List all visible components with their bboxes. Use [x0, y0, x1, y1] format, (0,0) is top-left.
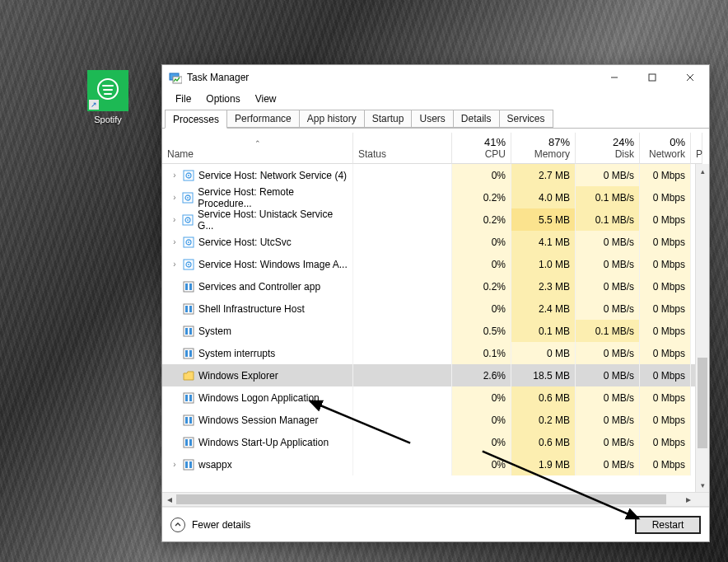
- col-disk[interactable]: 24% Disk: [576, 133, 640, 164]
- col-cpu[interactable]: 41% CPU: [452, 133, 511, 164]
- chevron-up-circle-icon: [170, 518, 185, 532]
- expander-icon[interactable]: ›: [167, 260, 182, 269]
- app-icon: [182, 302, 195, 316]
- fewer-details-button[interactable]: Fewer details: [170, 518, 250, 532]
- process-rows: ›Service Host: Network Service (4)0%2.7 …: [162, 164, 709, 492]
- cell-disk: 0.1 MB/s: [576, 208, 640, 231]
- cell-network: 0 Mbps: [640, 208, 691, 231]
- scroll-corner: [695, 493, 709, 506]
- scroll-track[interactable]: [696, 178, 709, 478]
- cell-memory: 2.4 MB: [511, 297, 576, 320]
- scroll-up-icon[interactable]: ▴: [696, 164, 709, 178]
- col-cpu-label: CPU: [457, 148, 506, 160]
- svg-point-20: [188, 264, 189, 265]
- table-row[interactable]: ›Service Host: Windows Image A...0%1.0 M…: [162, 253, 709, 275]
- process-name: Service Host: Unistack Service G...: [198, 208, 348, 232]
- table-row[interactable]: ›Service Host: Unistack Service G...0.2%…: [162, 208, 709, 231]
- process-name: Windows Logon Application: [198, 392, 320, 404]
- cell-memory: 0 MB: [511, 342, 576, 364]
- cell-cpu: 0%: [452, 231, 511, 253]
- minimize-button[interactable]: [595, 65, 633, 90]
- cell-status: [353, 186, 452, 208]
- svg-rect-3: [649, 74, 656, 81]
- vertical-scrollbar[interactable]: ▴ ▾: [695, 164, 709, 492]
- table-row[interactable]: ›Service Host: UtcSvc0%4.1 MB0 MB/s0 Mbp…: [162, 231, 709, 253]
- tab-startup[interactable]: Startup: [364, 110, 413, 128]
- svg-rect-22: [185, 283, 188, 290]
- col-name[interactable]: ⌃ Name: [162, 133, 353, 164]
- col-cpu-value: 41%: [457, 136, 506, 148]
- table-row[interactable]: Windows Logon Application0%0.6 MB0 MB/s0…: [162, 386, 709, 409]
- cell-status: [353, 297, 452, 320]
- col-status[interactable]: Status: [353, 133, 452, 164]
- maximize-button[interactable]: [633, 65, 671, 90]
- menu-options[interactable]: Options: [199, 91, 246, 106]
- svg-rect-21: [184, 282, 194, 292]
- expander-icon[interactable]: ›: [167, 171, 182, 180]
- svg-rect-38: [189, 417, 192, 424]
- table-row[interactable]: System0.5%0.1 MB0.1 MB/s0 Mbps: [162, 320, 709, 342]
- horizontal-scrollbar[interactable]: ◂ ▸: [162, 492, 709, 506]
- expander-icon[interactable]: ›: [167, 193, 182, 202]
- svg-rect-25: [185, 306, 188, 312]
- table-row[interactable]: ›wsappx0%1.9 MB0 MB/s0 Mbps: [162, 453, 709, 475]
- desktop-shortcut-label: Spotify: [79, 115, 137, 124]
- table-row[interactable]: System interrupts0.1%0 MB0 MB/s0 Mbps: [162, 342, 709, 364]
- restart-button[interactable]: Restart: [635, 516, 701, 534]
- table-row[interactable]: ›Service Host: Remote Procedure...0.2%4.…: [162, 186, 709, 208]
- cell-status: [353, 386, 452, 409]
- scroll-right-icon[interactable]: ▸: [681, 493, 695, 506]
- cell-disk: 0 MB/s: [576, 164, 640, 186]
- table-row[interactable]: Shell Infrastructure Host0%2.4 MB0 MB/s0…: [162, 297, 709, 320]
- app-icon: [182, 436, 195, 449]
- hscroll-thumb[interactable]: [176, 494, 666, 504]
- table-row[interactable]: Windows Session Manager0%0.2 MB0 MB/s0 M…: [162, 409, 709, 431]
- cell-cpu: 0%: [452, 297, 511, 320]
- tab-users[interactable]: Users: [411, 110, 453, 128]
- svg-rect-43: [185, 461, 188, 468]
- process-name: Service Host: Windows Image A...: [198, 259, 348, 270]
- process-name: System interrupts: [198, 348, 275, 359]
- cell-name: ›Service Host: Windows Image A...: [162, 253, 353, 275]
- gear-icon: [182, 236, 195, 249]
- restart-button-label: Restart: [652, 519, 684, 531]
- menu-view[interactable]: View: [249, 91, 283, 106]
- process-name: Service Host: UtcSvc: [198, 237, 292, 248]
- expander-icon[interactable]: ›: [167, 460, 182, 469]
- tab-processes[interactable]: Processes: [165, 110, 227, 129]
- col-p[interactable]: P: [691, 133, 702, 164]
- scroll-down-icon[interactable]: ▾: [696, 478, 709, 492]
- table-row[interactable]: Services and Controller app0.2%2.3 MB0 M…: [162, 275, 709, 297]
- col-memory[interactable]: 87% Memory: [511, 133, 576, 164]
- folder-icon: [182, 369, 195, 382]
- tab-performance[interactable]: Performance: [226, 110, 300, 128]
- tab-app-history[interactable]: App history: [299, 110, 365, 128]
- tab-details[interactable]: Details: [453, 110, 500, 128]
- cell-name: ›Service Host: Network Service (4): [162, 164, 353, 186]
- menu-file[interactable]: File: [169, 91, 198, 106]
- col-memory-label: Memory: [516, 148, 570, 160]
- table-row[interactable]: Windows Explorer2.6%18.5 MB0 MB/s0 Mbps: [162, 364, 709, 386]
- process-name: Windows Session Manager: [198, 414, 318, 426]
- close-button[interactable]: [671, 65, 709, 90]
- svg-rect-37: [185, 417, 188, 424]
- sort-caret-icon: ⌃: [167, 140, 348, 148]
- expander-icon[interactable]: ›: [167, 237, 182, 246]
- table-row[interactable]: Windows Start-Up Application0%0.6 MB0 MB…: [162, 431, 709, 453]
- expander-icon[interactable]: ›: [167, 215, 182, 224]
- table-row[interactable]: ›Service Host: Network Service (4)0%2.7 …: [162, 164, 709, 186]
- scroll-left-icon[interactable]: ◂: [162, 493, 176, 506]
- desktop-shortcut-spotify[interactable]: ↗ Spotify: [79, 70, 137, 124]
- cell-network: 0 Mbps: [640, 186, 691, 208]
- desktop[interactable]: ↗ Spotify Task Manager File Options View…: [0, 0, 728, 562]
- cell-network: 0 Mbps: [640, 297, 691, 320]
- app-icon: [182, 391, 195, 405]
- app-icon: [182, 280, 195, 293]
- tab-services[interactable]: Services: [499, 110, 553, 128]
- scroll-thumb[interactable]: [698, 358, 707, 447]
- hscroll-track[interactable]: [176, 493, 681, 506]
- titlebar[interactable]: Task Manager: [162, 65, 709, 90]
- cell-name: ›Service Host: Remote Procedure...: [162, 186, 353, 208]
- task-manager-icon: [169, 71, 182, 84]
- col-network[interactable]: 0% Network: [640, 133, 691, 164]
